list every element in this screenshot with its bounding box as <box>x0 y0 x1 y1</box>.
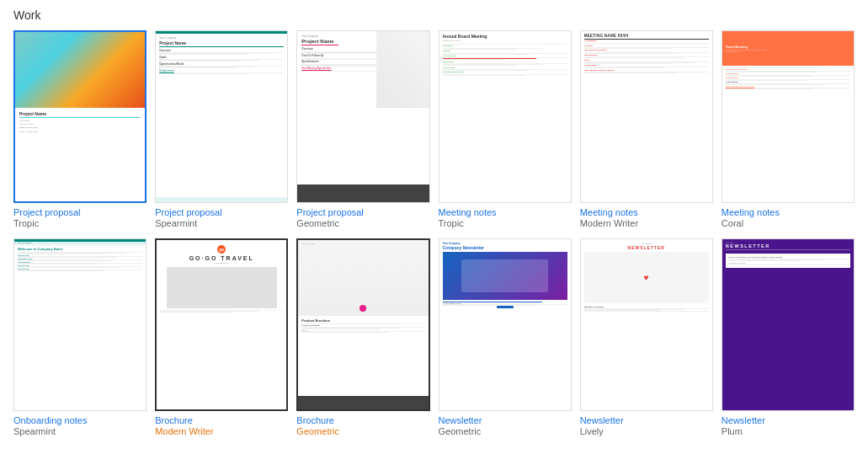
template-item-meeting-notes-modern-writer[interactable]: MEETING NAME 09/04 ATTENDEES AGENDA List… <box>580 30 713 228</box>
template-name-project-proposal-geometric: Project proposal <box>296 206 429 218</box>
template-item-project-proposal-tropic[interactable]: Project Name Your Name 123 Any Street En… <box>13 30 146 228</box>
thumbnail-project-proposal-tropic[interactable]: Project Name Your Name 123 Any Street En… <box>13 30 146 203</box>
template-sub-project-proposal-spearmint: Spearmint <box>155 218 288 228</box>
section-title: Work <box>13 8 855 22</box>
template-sub-newsletter-plum: Plum <box>722 426 855 436</box>
template-name-meeting-notes-modern-writer: Meeting notes <box>580 206 713 218</box>
template-sub-newsletter-lively: Lively <box>580 426 713 436</box>
thumbnail-brochure-modern-writer[interactable]: go GO·GO TRAVEL Travel Brochure ··· <box>155 238 288 411</box>
thumbnail-newsletter-lively[interactable]: Your Brand NEWSLETTER ♥ We have a surpri… <box>580 238 713 411</box>
template-name-onboarding-notes-spearmint: Onboarding notes <box>13 414 146 426</box>
template-grid: Project Name Your Name 123 Any Street En… <box>13 30 855 436</box>
thumbnail-newsletter-geometric[interactable]: Your Company Company Newsletter Current … <box>439 238 572 411</box>
thumbnail-project-proposal-geometric[interactable]: Your Company Project Name Overview Cost … <box>296 30 429 203</box>
template-item-project-proposal-geometric[interactable]: Your Company Project Name Overview Cost … <box>296 30 429 228</box>
template-sub-meeting-notes-tropic: Tropic <box>439 218 572 228</box>
template-sub-onboarding-notes-spearmint: Spearmint <box>13 426 146 436</box>
template-sub-project-proposal-geometric: Geometric <box>296 218 429 228</box>
template-sub-newsletter-geometric: Geometric <box>439 426 572 436</box>
template-item-project-proposal-spearmint[interactable]: Your Company Project Name Overview Goals… <box>155 30 288 228</box>
template-name-meeting-notes-tropic: Meeting notes <box>439 206 572 218</box>
template-sub-brochure-geometric: Geometric <box>296 426 429 436</box>
thumbnail-meeting-notes-tropic[interactable]: Annual Board Meeting 20 May 2020 XXXX At… <box>439 30 572 203</box>
template-sub-project-proposal-tropic: Tropic <box>13 218 146 228</box>
template-sub-meeting-notes-coral: Coral <box>722 218 855 228</box>
thumbnail-project-proposal-spearmint[interactable]: Your Company Project Name Overview Goals… <box>155 30 288 203</box>
template-item-newsletter-lively[interactable]: Your Brand NEWSLETTER ♥ We have a surpri… <box>580 238 713 436</box>
template-name-project-proposal-tropic: Project proposal <box>13 206 146 218</box>
template-item-meeting-notes-tropic[interactable]: Annual Board Meeting 20 May 2020 XXXX At… <box>439 30 572 228</box>
template-item-onboarding-notes-spearmint[interactable]: Your Company Welcome to Company Name WHO… <box>13 238 146 436</box>
template-sub-brochure-modern-writer: Modern Writer <box>155 426 288 436</box>
template-name-newsletter-lively: Newsletter <box>580 414 713 426</box>
template-item-newsletter-plum[interactable]: Your Band NEWSLETTER We are nominated fo… <box>722 238 855 436</box>
template-name-meeting-notes-coral: Meeting notes <box>722 206 855 218</box>
template-item-brochure-geometric[interactable]: Your Company Product Brochure Product Ov… <box>296 238 429 436</box>
thumbnail-meeting-notes-coral[interactable]: Team Meeting 09 SEPTEMBER 2020, SUNDAY C… <box>722 30 855 203</box>
template-item-brochure-modern-writer[interactable]: go GO·GO TRAVEL Travel Brochure ··· Broc… <box>155 238 288 436</box>
thumbnail-meeting-notes-modern-writer[interactable]: MEETING NAME 09/04 ATTENDEES AGENDA List… <box>580 30 713 203</box>
thumbnail-newsletter-plum[interactable]: Your Band NEWSLETTER We are nominated fo… <box>722 238 855 411</box>
template-name-project-proposal-spearmint: Project proposal <box>155 206 288 218</box>
template-name-newsletter-geometric: Newsletter <box>439 414 572 426</box>
thumbnail-brochure-geometric[interactable]: Your Company Product Brochure Product Ov… <box>296 238 429 411</box>
template-sub-meeting-notes-modern-writer: Modern Writer <box>580 218 713 228</box>
template-item-meeting-notes-coral[interactable]: Team Meeting 09 SEPTEMBER 2020, SUNDAY C… <box>722 30 855 228</box>
template-name-newsletter-plum: Newsletter <box>722 414 855 426</box>
template-item-newsletter-geometric[interactable]: Your Company Company Newsletter Current … <box>439 238 572 436</box>
thumbnail-onboarding-notes-spearmint[interactable]: Your Company Welcome to Company Name WHO… <box>13 238 146 411</box>
template-name-brochure-modern-writer: Brochure <box>155 414 288 426</box>
template-name-brochure-geometric: Brochure <box>296 414 429 426</box>
